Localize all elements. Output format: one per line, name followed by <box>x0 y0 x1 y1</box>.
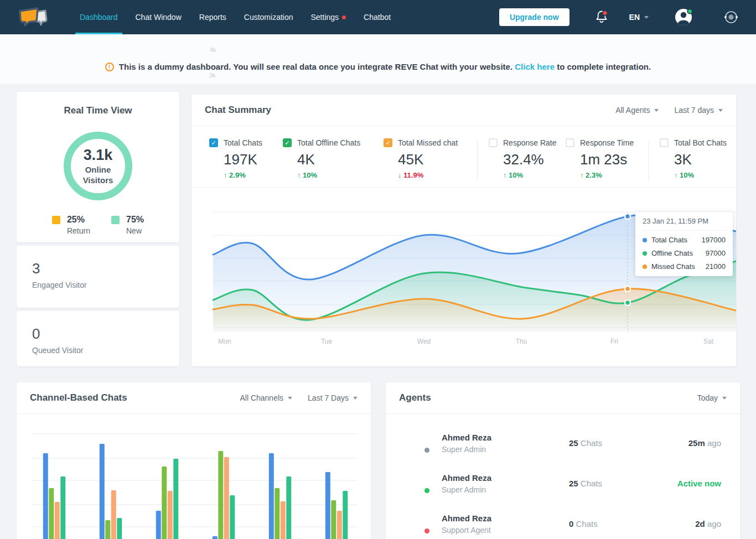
all-channels-dropdown[interactable]: All Channels <box>240 393 292 402</box>
nav-item-dashboard[interactable]: Dashboard <box>71 0 127 34</box>
nav-item-customization[interactable]: Customization <box>235 0 302 34</box>
tooltip-series-value: 97000 <box>706 249 726 257</box>
date-range-dropdown[interactable]: Last 7 days <box>674 106 723 115</box>
series-dot <box>643 238 647 242</box>
agent-row[interactable]: Ahmed RezaSupport Agent0 Chats2d ago <box>386 504 740 539</box>
stat-label: Total Offline Chats <box>297 138 360 147</box>
agent-row[interactable]: Ahmed RezaSuper Admin25 ChatsActive now <box>386 463 740 504</box>
queued-visitor-card: 0 Queued Visitor <box>17 311 179 366</box>
legend-name: Return <box>67 226 90 235</box>
agent-name: Ahmed Reza <box>442 433 569 442</box>
agent-last-active: 2d ago <box>641 519 721 528</box>
avatar[interactable] <box>674 7 694 27</box>
legend-pct: 75% <box>126 215 144 225</box>
checkbox-unchecked[interactable] <box>660 138 669 147</box>
presence-dot <box>687 9 692 13</box>
legend-item-return: 25%Return <box>52 215 90 235</box>
legend-text: 25%Return <box>67 215 90 235</box>
nav-item-label: Reports <box>199 13 226 22</box>
nav-item-label: Chat Window <box>136 13 182 22</box>
nav-item-reports[interactable]: Reports <box>190 0 235 34</box>
agents-card: Agents Today Ahmed RezaSuper Admin25 Cha… <box>386 382 740 539</box>
stat-delta: ↓ 11.9% <box>398 171 475 179</box>
svg-text:Wed: Wed <box>417 338 431 345</box>
agent-last-active: 25m ago <box>641 438 721 448</box>
nav-item-chat-window[interactable]: Chat Window <box>127 0 190 34</box>
checkbox-unchecked[interactable] <box>489 138 498 147</box>
agent-rows: Ahmed RezaSuper Admin25 Chats25m agoAhme… <box>386 414 740 539</box>
legend-swatch <box>52 216 60 224</box>
nav-item-chatbot[interactable]: Chatbot <box>355 0 400 34</box>
agent-role: Super Admin <box>442 445 569 454</box>
stat-total-chats: ✓Total Chats197K↑ 2.9% <box>209 138 283 182</box>
stat-group-divider <box>477 141 478 182</box>
nav-item-settings[interactable]: Settings <box>302 0 355 34</box>
tooltip-series-value: 197000 <box>702 236 726 244</box>
navbar-right: Upgrade now EN <box>499 7 741 27</box>
banner-suffix: to complete integration. <box>557 62 651 71</box>
legend-item-new: 75%New <box>111 215 144 235</box>
logo-icon <box>17 5 49 29</box>
chevron-down-icon <box>353 397 358 400</box>
svg-text:Thu: Thu <box>516 338 527 345</box>
legend-name: New <box>126 226 144 235</box>
realtime-title: Real Time View <box>17 92 179 116</box>
chevron-down-icon <box>718 109 723 112</box>
stat-top: ✓Total Missed chat <box>384 138 475 147</box>
stat-top: ✓Total Offline Chats <box>283 138 384 147</box>
online-visitors-donut: 3.1k Online Visitors <box>64 132 132 200</box>
realtime-view-card: Real Time View 3.1k Online Visitors 25%R… <box>17 92 179 242</box>
agent-status-dot <box>424 528 429 533</box>
tooltip-row: Offline Chats97000 <box>643 249 726 257</box>
agent-role: Super Admin <box>442 485 569 494</box>
dashboard-page: DashboardChat WindowReportsCustomization… <box>0 0 756 539</box>
online-visitors-label: Online Visitors <box>83 165 113 186</box>
dummy-dashboard-banner: ! This is a dummy dashboard. You will se… <box>0 62 756 71</box>
all-agents-dropdown[interactable]: All Agents <box>615 106 659 115</box>
nav-item-label: Chatbot <box>364 13 391 22</box>
language-label: EN <box>629 13 640 22</box>
language-selector[interactable]: EN <box>629 13 649 22</box>
stat-value: 197K <box>224 151 283 168</box>
checkbox-checked[interactable]: ✓ <box>384 138 392 147</box>
notification-badge <box>602 11 607 15</box>
stat-delta: ↑ 10% <box>297 171 384 179</box>
chevron-down-icon <box>654 109 659 112</box>
agent-chat-count: 25 Chats <box>569 438 641 448</box>
settings-alert-dot <box>342 15 346 19</box>
stat-top: Total Bot Chats <box>660 138 743 147</box>
stat-response-rate: Response Rate32.4%↑ 10% <box>489 138 566 182</box>
checkbox-checked[interactable]: ✓ <box>283 138 292 147</box>
agent-row[interactable]: Ahmed RezaSuper Admin25 Chats25m ago <box>386 423 740 463</box>
stat-value: 1m 23s <box>580 151 646 168</box>
stat-delta: ↑ 10% <box>674 171 743 179</box>
channel-chats-title: Channel-Based Chats <box>30 392 127 403</box>
reve-chat-logo[interactable] <box>17 5 49 29</box>
channel-chart-svg <box>17 414 371 539</box>
legend-swatch <box>111 216 120 224</box>
agent-identity: Ahmed RezaSuper Admin <box>442 433 569 454</box>
agent-name: Ahmed Reza <box>442 514 569 523</box>
nav-items: DashboardChat WindowReportsCustomization… <box>71 0 400 34</box>
channel-bar-chart <box>17 414 371 539</box>
notifications-bell-icon[interactable] <box>594 9 609 25</box>
target-status-icon[interactable] <box>722 8 741 27</box>
agents-title: Agents <box>399 392 431 403</box>
agent-identity: Ahmed RezaSuper Admin <box>442 473 569 494</box>
agent-status-dot <box>424 448 429 453</box>
warning-icon: ! <box>105 63 114 71</box>
checkbox-checked[interactable]: ✓ <box>209 138 218 147</box>
chevron-down-icon <box>288 397 292 400</box>
tooltip-series-label: Offline Chats <box>651 249 706 257</box>
agent-identity: Ahmed RezaSupport Agent <box>442 514 569 535</box>
agents-today-dropdown[interactable]: Today <box>697 393 727 402</box>
click-here-link[interactable]: Click here <box>515 62 555 71</box>
upgrade-now-button[interactable]: Upgrade now <box>499 8 569 26</box>
channel-date-dropdown[interactable]: Last 7 Days <box>308 393 358 402</box>
stat-response-time: Response Time1m 23s↑ 2.3% <box>566 138 646 182</box>
navbar: DashboardChat WindowReportsCustomization… <box>0 0 756 34</box>
channel-chats-header: Channel-Based Chats All Channels Last 7 … <box>17 382 371 414</box>
top-strip <box>0 34 756 84</box>
tooltip-series-label: Total Chats <box>651 236 702 244</box>
checkbox-unchecked[interactable] <box>566 138 574 147</box>
